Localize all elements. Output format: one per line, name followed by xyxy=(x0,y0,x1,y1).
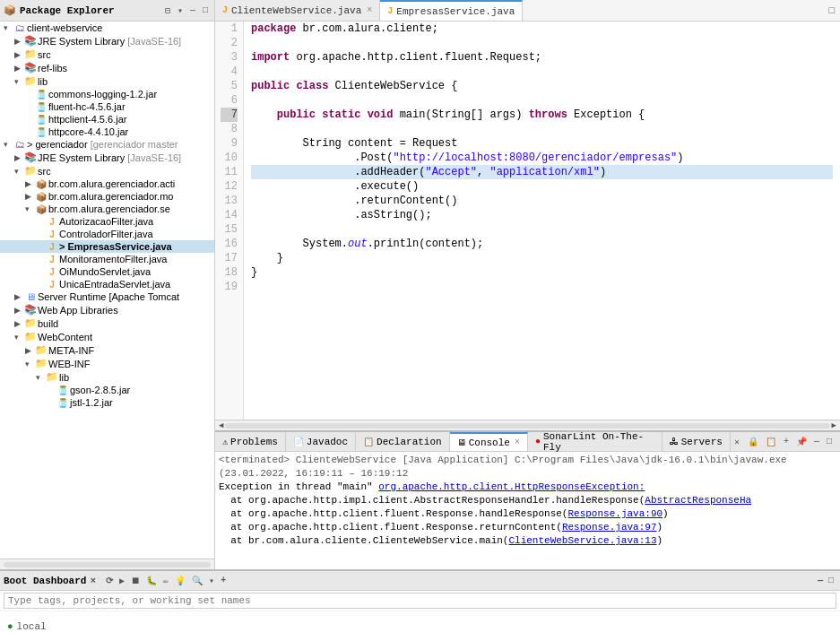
problems-icon: ⚠ xyxy=(222,437,228,447)
server-icon: 🖥 xyxy=(23,291,38,302)
boot-ctrl-6[interactable]: 💡 xyxy=(172,575,188,587)
sidebar-collapse-btn[interactable]: ⊟ xyxy=(162,4,173,17)
tree-label: WebContent xyxy=(38,332,92,342)
console-new-btn[interactable]: + xyxy=(781,436,792,447)
tree-item-controlador[interactable]: J ControladorFilter.java xyxy=(0,228,214,240)
tab-declaration[interactable]: 📋 Declaration xyxy=(356,432,450,451)
tree-item-monitoramento[interactable]: J MonitoramentoFilter.java xyxy=(0,253,214,265)
arrow-icon: ▶ xyxy=(25,192,34,201)
boot-ctrl-7[interactable]: 🔍 xyxy=(189,575,205,587)
console-max-btn[interactable]: □ xyxy=(824,436,835,447)
tree-item-httpcore[interactable]: 🫙 httpcore-4.4.10.jar xyxy=(0,126,214,138)
sidebar-menu-btn[interactable]: ▾ xyxy=(175,4,186,17)
console-output: <terminated> ClienteWebService [Java App… xyxy=(215,452,840,569)
tree-item-autorizacao[interactable]: J AutorizacaoFilter.java xyxy=(0,215,214,228)
tree-label: br.com.alura.gerenciador.mo xyxy=(48,191,173,202)
boot-dashboard-controls: ⟳ ▶ ⏹ 🐛 ✏ 💡 🔍 ▾ + xyxy=(103,575,229,587)
boot-ctrl-4[interactable]: 🐛 xyxy=(143,575,160,587)
tree-label: OiMundoServlet.java xyxy=(59,266,151,277)
boot-dashboard-close-btn[interactable]: × xyxy=(90,576,96,586)
library-icon: 📚 xyxy=(23,304,38,316)
boot-ctrl-1[interactable]: ⟳ xyxy=(103,575,116,587)
tree-item-client-webservice[interactable]: ▾ 🗂 client-webservice xyxy=(0,22,214,34)
tree-item-webapp-libs[interactable]: ▶ 📚 Web App Libraries xyxy=(0,303,214,316)
tab-servers[interactable]: 🖧 Servers xyxy=(662,432,731,451)
boot-ctrl-8[interactable]: ▾ xyxy=(206,575,217,587)
tree-item-lib2[interactable]: ▾ 📁 lib xyxy=(0,370,214,384)
tree-item-build[interactable]: ▶ 📁 build xyxy=(0,316,214,330)
editor-tab-empresas[interactable]: J EmpresasService.java xyxy=(380,0,523,21)
tree-item-jstl[interactable]: 🫙 jstl-1.2.jar xyxy=(0,396,214,409)
code-line-5: public class ClienteWebService { xyxy=(251,79,833,93)
tree-label: br.com.alura.gerenciador.acti xyxy=(48,178,175,189)
package-explorer-header: 📦 Package Explorer ⊟ ▾ — □ xyxy=(0,0,214,22)
tree-item-fluent[interactable]: 🫙 fluent-hc-4.5.6.jar xyxy=(0,100,214,113)
tree-item-meta-inf[interactable]: ▶ 📁 META-INF xyxy=(0,343,214,357)
boot-dashboard-max-btn[interactable]: □ xyxy=(826,575,836,586)
package-explorer-max-btn[interactable]: □ xyxy=(200,4,211,16)
tree-item-webcontent[interactable]: ▾ 📁 WebContent xyxy=(0,330,214,343)
scroll-left-btn[interactable]: ◀ xyxy=(219,420,223,430)
folder-icon: 📁 xyxy=(34,358,48,369)
console-tab-close-btn[interactable]: × xyxy=(515,437,520,447)
tree-item-lib[interactable]: ▾ 📁 lib xyxy=(0,74,214,88)
code-content[interactable]: package br.com.alura.cliente; import org… xyxy=(244,22,840,420)
tree-label: > EmpresasService.java xyxy=(59,241,172,252)
tree-label: > gerenciador [gerenciador master xyxy=(27,139,178,150)
tree-item-jre2[interactable]: ▶ 📚 JRE System Library [JavaSE-16] xyxy=(0,151,214,164)
tab-problems[interactable]: ⚠ Problems xyxy=(215,432,286,451)
tree-item-empresas-selected[interactable]: J > EmpresasService.java xyxy=(0,240,214,253)
boot-ctrl-3[interactable]: ⏹ xyxy=(128,575,143,587)
tab-label: Servers xyxy=(681,437,723,447)
tree-item-httpclient[interactable]: 🫙 httpclient-4.5.6.jar xyxy=(0,113,214,126)
tree-label: Server Runtime [Apache Tomcat xyxy=(38,291,179,302)
console-min-btn[interactable]: — xyxy=(811,436,822,447)
tree-label: jstl-1.2.jar xyxy=(70,397,113,408)
tree-item-ref-libs[interactable]: ▶ 📚 ref-libs xyxy=(0,61,214,74)
package-explorer-title: Package Explorer xyxy=(20,5,115,16)
tab-console[interactable]: 🖥 Console × xyxy=(450,432,528,451)
java-file-icon: J xyxy=(222,5,228,15)
tree-item-commons[interactable]: 🫙 commons-logging-1.2.jar xyxy=(0,88,214,100)
code-line-1: package br.com.alura.cliente; xyxy=(251,22,833,36)
boot-dashboard-content: ● local xyxy=(0,611,840,641)
editor-horizontal-scroll[interactable]: ◀ ▶ xyxy=(215,420,840,430)
console-scroll-lock-btn[interactable]: 🔒 xyxy=(745,436,761,448)
folder-icon: 📁 xyxy=(45,371,59,383)
folder-icon: 📁 xyxy=(23,317,38,329)
tree-item-pkg-se[interactable]: ▾ 📦 br.com.alura.gerenciador.se xyxy=(0,203,214,215)
tab-sonarlint[interactable]: ● SonarLint On-The-Fly xyxy=(528,432,662,451)
boot-dashboard-min-btn[interactable]: — xyxy=(815,575,826,586)
scroll-right-btn[interactable]: ▶ xyxy=(832,420,836,430)
tree-item-gson[interactable]: 🫙 gson-2.8.5.jar xyxy=(0,384,214,396)
java-icon: J xyxy=(45,267,59,277)
boot-ctrl-5[interactable]: ✏ xyxy=(160,575,171,587)
console-clear-btn[interactable]: ✕ xyxy=(731,435,743,449)
boot-dashboard-search-bar xyxy=(0,591,840,611)
tree-item-web-inf[interactable]: ▾ 📁 WEB-INF xyxy=(0,357,214,370)
tree-item-jre[interactable]: ▶ 📚 JRE System Library [JavaSE-16] xyxy=(0,34,214,48)
sidebar-scroll-bar[interactable] xyxy=(0,559,214,569)
tab-javadoc[interactable]: 📄 Javadoc xyxy=(286,432,356,451)
editor-tab-close-btn[interactable]: × xyxy=(367,5,372,15)
tree-item-server[interactable]: ▶ 🖥 Server Runtime [Apache Tomcat xyxy=(0,290,214,303)
console-pin-btn[interactable]: 📌 xyxy=(793,436,810,448)
tree-item-unica[interactable]: J UnicaEntradaServlet.java xyxy=(0,278,214,290)
package-explorer-min-btn[interactable]: — xyxy=(187,4,198,16)
java-icon: J xyxy=(45,230,59,239)
boot-ctrl-2[interactable]: ▶ xyxy=(117,575,127,587)
tree-item-oimundo[interactable]: J OiMundoServlet.java xyxy=(0,265,214,278)
boot-search-input[interactable] xyxy=(4,593,836,609)
editor-maximize-btn[interactable]: □ xyxy=(828,5,840,16)
tree-item-gerenciador[interactable]: ▾ 🗂 > gerenciador [gerenciador master xyxy=(0,138,214,151)
tree-item-pkg-mo[interactable]: ▶ 📦 br.com.alura.gerenciador.mo xyxy=(0,190,214,203)
code-line-19 xyxy=(251,280,833,294)
code-editor[interactable]: 1 2 3 4 5 6 7 8 9 10 11 12 13 14 xyxy=(215,22,840,420)
console-copy-btn[interactable]: 📋 xyxy=(763,436,779,448)
tree-item-src2[interactable]: ▾ 📁 src xyxy=(0,164,214,178)
tree-item-src[interactable]: ▶ 📁 src xyxy=(0,48,214,61)
editor-tab-cliente[interactable]: J ClienteWebService.java × xyxy=(215,0,380,21)
boot-ctrl-9[interactable]: + xyxy=(218,575,229,587)
console-controls: ✕ 🔒 📋 + 📌 — □ xyxy=(731,435,840,449)
tree-item-pkg-acti[interactable]: ▶ 📦 br.com.alura.gerenciador.acti xyxy=(0,178,214,190)
